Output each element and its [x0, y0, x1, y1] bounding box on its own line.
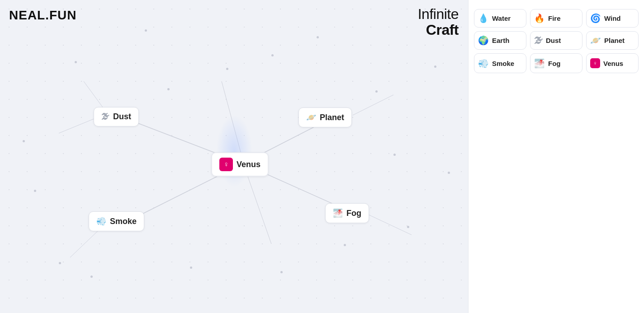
- logo[interactable]: NEAL.FUN: [9, 8, 77, 23]
- sidebar-fog-label: Fog: [548, 60, 561, 67]
- fire-label: Fire: [548, 14, 561, 22]
- wind-icon: 🌀: [590, 14, 601, 23]
- sidebar-smoke-icon: 💨: [478, 59, 489, 68]
- fog-label: Fog: [346, 209, 361, 218]
- scatter-dot: [145, 29, 147, 32]
- sidebar-planet-icon: 🪐: [590, 36, 601, 45]
- svg-line-10: [244, 166, 271, 244]
- sidebar-venus-label: Venus: [603, 60, 623, 67]
- scatter-dot: [407, 226, 409, 228]
- sidebar-item-planet[interactable]: 🪐 Planet: [586, 31, 639, 50]
- planet-icon: 🪐: [306, 112, 316, 122]
- sidebar-smoke-label: Smoke: [492, 60, 514, 67]
- dust-icon: 🌫: [101, 112, 109, 121]
- elements-grid: 💧 Water 🔥 Fire 🌀 Wind 🌍 Earth 🌫 Dust 🪐 P…: [474, 5, 639, 73]
- venus-icon: ♀: [219, 158, 233, 171]
- canvas-card-dust[interactable]: 🌫 Dust: [94, 107, 139, 126]
- sidebar-dust-label: Dust: [546, 37, 561, 44]
- canvas-card-planet[interactable]: 🪐 Planet: [298, 107, 352, 127]
- app-title-craft: Craft: [426, 22, 459, 38]
- venus-label: Venus: [237, 160, 260, 169]
- smoke-label: Smoke: [110, 217, 137, 226]
- scatter-dot: [23, 140, 25, 142]
- sidebar-venus-icon: ♀: [590, 58, 600, 68]
- sidebar-item-fog[interactable]: 🌁 Fog: [530, 53, 582, 73]
- scatter-dot: [448, 172, 450, 174]
- sidebar-item-venus[interactable]: ♀ Venus: [586, 53, 639, 73]
- water-icon: 💧: [478, 14, 489, 23]
- planet-label: Planet: [320, 113, 344, 122]
- svg-line-7: [353, 95, 393, 115]
- svg-line-6: [366, 214, 412, 235]
- fog-icon: 🌁: [333, 208, 343, 218]
- craft-canvas[interactable]: ♀ Venus 🌫 Dust 🪐 Planet 💨 Smoke 🌁 Fog: [0, 0, 468, 313]
- scatter-dot: [317, 36, 319, 38]
- canvas-card-fog[interactable]: 🌁 Fog: [325, 203, 369, 223]
- scatter-dot: [375, 90, 378, 93]
- sidebar-item-earth[interactable]: 🌍 Earth: [474, 31, 526, 50]
- dust-label: Dust: [113, 112, 131, 121]
- canvas-card-smoke[interactable]: 💨 Smoke: [89, 211, 144, 231]
- scatter-dot: [75, 61, 77, 63]
- fire-icon: 🔥: [534, 14, 545, 23]
- sidebar-item-smoke[interactable]: 💨 Smoke: [474, 53, 526, 73]
- svg-line-9: [222, 81, 243, 160]
- sidebar: 💧 Water 🔥 Fire 🌀 Wind 🌍 Earth 🌫 Dust 🪐 P…: [468, 0, 644, 313]
- sidebar-fog-icon: 🌁: [534, 59, 545, 68]
- scatter-dot: [59, 262, 61, 264]
- water-label: Water: [492, 14, 511, 22]
- sidebar-planet-label: Planet: [604, 37, 625, 44]
- sidebar-item-wind[interactable]: 🌀 Wind: [586, 9, 639, 28]
- svg-line-8: [70, 227, 102, 257]
- smoke-icon: 💨: [96, 216, 106, 226]
- app-title-infinite: Infinite: [418, 6, 459, 22]
- sidebar-dust-icon: 🌫: [534, 36, 543, 45]
- app-title: Infinite Craft: [418, 6, 459, 38]
- earth-icon: 🌍: [478, 36, 489, 45]
- scatter-dot: [434, 65, 436, 68]
- scatter-dot: [167, 88, 170, 90]
- scatter-dot: [271, 54, 274, 56]
- scatter-dot: [226, 68, 228, 70]
- sidebar-item-dust[interactable]: 🌫 Dust: [530, 31, 582, 50]
- scatter-dot: [34, 190, 36, 192]
- scatter-dot: [393, 154, 396, 156]
- sidebar-item-water[interactable]: 💧 Water: [474, 9, 526, 28]
- scatter-dot: [280, 271, 283, 273]
- canvas-card-venus[interactable]: ♀ Venus: [211, 152, 269, 177]
- wind-label: Wind: [604, 14, 621, 22]
- earth-label: Earth: [492, 37, 509, 44]
- scatter-dot: [344, 244, 346, 246]
- sidebar-item-fire[interactable]: 🔥 Fire: [530, 9, 582, 28]
- scatter-dot: [90, 276, 93, 278]
- scatter-dot: [190, 266, 192, 269]
